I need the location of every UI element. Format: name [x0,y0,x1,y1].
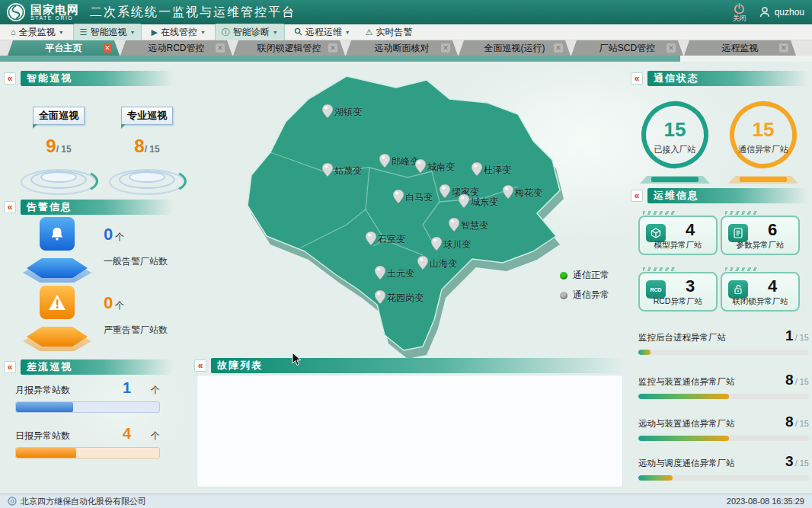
company-logo [8,497,17,506]
chevron-down-icon: ▼ [273,30,278,35]
map-pin[interactable] [375,290,385,304]
special-inspection-widget[interactable]: 专业巡视 8/ 15 [105,107,189,198]
map-pin[interactable] [417,256,428,270]
tab-section-check[interactable]: 远动断面核对✕ [346,40,458,56]
datetime: 2023-08-08 16:35:29 [727,497,804,506]
parameter-abnormal-card[interactable]: 6 参数异常厂站 [721,216,800,255]
map-pin[interactable] [503,185,513,199]
monitor-process-count: 1 [785,327,794,344]
tab-remote-monitor[interactable]: 远程监视✕ [684,40,796,56]
brand-cn: 国家电网 [30,4,79,15]
full-inspection-tag: 全面巡视 [33,107,85,125]
dashboard-page: 国家电网 STATE GRID 二次系统统一监视与运维管控平台 关闭 quzho… [0,0,812,508]
monthly-report-row: 月报异常站数 1 个 [15,379,160,413]
bell-icon [40,217,75,251]
close-button[interactable]: 关闭 [733,3,746,22]
double-left-arrow-icon: « [631,190,643,202]
section-smart-inspection-header: « 智能巡视 [4,71,173,86]
tab-strip [0,56,680,62]
menu-item-realtime-alarm[interactable]: ⚠ 实时告警 [360,24,419,40]
platform-ellipses [17,158,101,198]
map-station-label: 花园岗变 [387,292,424,305]
comm-abnormal-gauge: 15 通信异常厂站 [727,101,800,182]
menu-item-remote-ops[interactable]: 远程运维▼ [288,24,356,40]
close-icon[interactable]: ✕ [441,43,450,53]
home-icon: ⌂ [11,28,16,37]
tab-rcd-control[interactable]: 远动RCD管控✕ [120,40,232,56]
tab-scd-control[interactable]: 厂站SCD管控✕ [571,40,683,56]
chevron-down-icon: ▼ [200,30,206,35]
map-pin[interactable] [440,184,450,198]
model-abnormal-card[interactable]: 4 模型异常厂站 [638,216,718,255]
menu-item-smart-inspection[interactable]: ☰ 智能巡视▼ [73,24,142,41]
map-pin[interactable] [415,159,426,173]
region-map: 通信正常 通信异常 湖镇变姑蔑变郎峰变城南变杜泽变白马变缪家变城东变梅花变智慧变… [179,65,625,362]
menu-item-smart-diagnosis[interactable]: ⓘ 智能诊断▼ [215,24,285,41]
close-icon[interactable]: ✕ [554,43,563,53]
tab-full-inspection[interactable]: 全面巡视(运行)✕ [459,40,571,56]
username: quzhou [775,7,804,18]
chevron-down-icon: ▼ [129,30,135,35]
tab-platform-home[interactable]: 平台主页✕ [8,40,120,56]
search-icon [294,27,302,37]
rcd-abnormal-card[interactable]: RCD 3 RCD异常厂站 [638,272,718,312]
section-diff-inspection-header: « 差流巡视 [4,359,173,375]
connected-stations-label: 已接入厂站 [635,144,714,155]
map-station-label: 智慧变 [461,219,488,232]
map-station-label: 姑蔑变 [334,165,362,177]
map-pin[interactable] [322,163,333,177]
map-station-label: 杜泽变 [484,164,511,177]
fault-list-panel[interactable] [197,375,623,487]
interlock-abnormal-card[interactable]: 4 联闭锁异常厂站 [721,272,800,312]
parameter-abnormal-count: 6 [751,220,794,240]
close-icon[interactable]: ✕ [103,43,112,53]
list-icon: ☰ [80,28,88,37]
map-station-label: 球川变 [443,238,471,251]
menu-item-panorama[interactable]: ⌂ 全景监视▼ [5,24,70,40]
map-station-label: 城东变 [471,196,498,209]
power-icon [734,3,745,14]
comm-abnormal-dot [560,292,567,299]
map-pin[interactable] [366,232,376,245]
map-pin[interactable] [379,154,390,168]
daily-abnormal-count: 4 [123,425,131,443]
page-title: 二次系统统一监视与运维管控平台 [90,5,296,21]
chevron-down-icon: ▼ [59,30,64,35]
map-pin[interactable] [322,104,333,118]
telecontrol-dispatch-comm-row: 远动与调度通信异常厂站 3 / 15 [638,453,809,481]
severe-alarm-count: 0 [104,293,113,312]
map-pin[interactable] [393,190,404,203]
double-left-arrow-icon: « [194,359,206,372]
map-legend: 通信正常 通信异常 [560,269,609,308]
double-left-arrow-icon: « [631,72,643,85]
full-inspection-widget[interactable]: 全面巡视 9/ 15 [17,107,101,198]
menu-item-online-control[interactable]: ▶ 在线管控▼ [145,24,211,40]
telecontrol-device-comm-bar [638,436,809,441]
map-pin[interactable] [459,194,469,208]
monitor-device-comm-count: 8 [785,372,794,388]
menu-bar: ⌂ 全景监视▼ ☰ 智能巡视▼ ▶ 在线管控▼ ⓘ 智能诊断▼ 远程运维▼ ⚠ … [0,24,812,40]
user-menu[interactable]: quzhou [759,6,804,18]
info-icon: ⓘ [222,28,230,37]
map-station-label: 城南变 [427,161,455,174]
close-icon[interactable]: ✕ [216,43,225,53]
app-header: 国家电网 STATE GRID 二次系统统一监视与运维管控平台 关闭 quzho… [0,0,812,24]
close-icon[interactable]: ✕ [328,43,337,53]
tab-interlock-logic[interactable]: 联闭锁逻辑管控✕ [233,40,345,56]
map-pin[interactable] [375,266,385,280]
map-station-label: 白马变 [405,191,433,204]
double-left-arrow-icon: « [4,72,16,85]
close-icon[interactable]: ✕ [779,43,788,53]
map-pin[interactable] [431,237,442,251]
telecontrol-device-comm-count: 8 [785,414,794,430]
map-pin[interactable] [449,218,459,232]
general-alarm-count: 0 [104,225,113,244]
special-inspection-tag: 专业巡视 [121,107,173,125]
close-icon[interactable]: ✕ [667,43,676,53]
daily-report-row: 日报异常站数 4 个 [15,425,160,458]
map-pin[interactable] [472,162,482,176]
platform-ellipses [105,158,189,198]
warning-triangle-icon [40,286,75,319]
section-fault-list-header: « 故障列表 [194,358,623,373]
alert-icon: ⚠ [366,28,373,37]
